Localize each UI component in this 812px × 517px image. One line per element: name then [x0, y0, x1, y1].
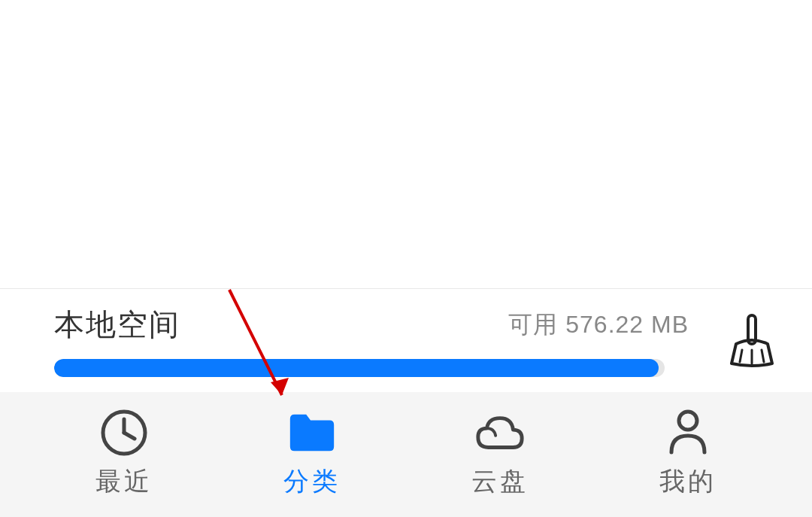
person-icon — [662, 410, 714, 455]
tab-category-label: 分类 — [283, 464, 341, 499]
storage-info: 本地空间 可用 576.22 MB — [54, 304, 707, 377]
storage-available: 可用 576.22 MB — [508, 309, 689, 342]
svg-line-3 — [740, 350, 742, 362]
tab-bar: 最近 分类 云盘 我的 — [0, 392, 812, 517]
storage-progress-bar — [54, 359, 665, 377]
blank-content-area — [0, 0, 812, 288]
broom-icon — [729, 314, 775, 368]
storage-progress-fill — [54, 359, 659, 377]
folder-icon — [286, 410, 338, 455]
tab-recent[interactable]: 最近 — [30, 410, 218, 499]
storage-available-value: 576.22 MB — [565, 311, 689, 338]
storage-title: 本地空间 — [54, 304, 180, 345]
clean-button[interactable] — [707, 314, 797, 368]
storage-section: 本地空间 可用 576.22 MB — [0, 288, 812, 392]
tab-cloud[interactable]: 云盘 — [406, 410, 594, 499]
tab-mine[interactable]: 我的 — [594, 410, 782, 499]
tab-cloud-label: 云盘 — [471, 464, 529, 499]
tab-category[interactable]: 分类 — [218, 410, 406, 499]
clock-icon — [98, 410, 150, 455]
storage-header: 本地空间 可用 576.22 MB — [54, 304, 707, 345]
storage-available-prefix: 可用 — [508, 311, 558, 338]
tab-mine-label: 我的 — [659, 464, 717, 499]
svg-point-9 — [679, 412, 697, 430]
svg-line-5 — [762, 350, 764, 362]
svg-line-8 — [124, 433, 135, 439]
tab-recent-label: 最近 — [95, 464, 153, 499]
cloud-icon — [474, 410, 526, 455]
